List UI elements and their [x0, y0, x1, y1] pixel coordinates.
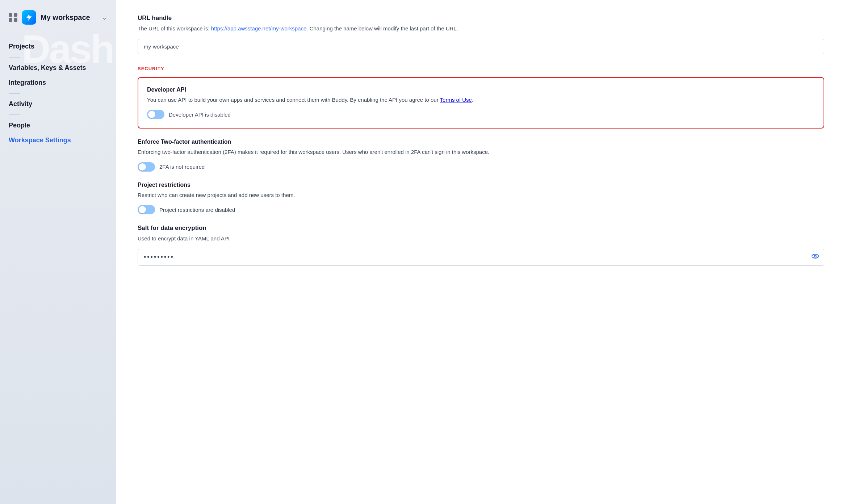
svg-point-1 [814, 255, 816, 257]
sidebar-item-workspace-settings[interactable]: Workspace Settings [9, 133, 107, 148]
project-restrictions-section: Project restrictions Restrict who can cr… [138, 182, 824, 215]
salt-encryption-title: Salt for data encryption [138, 224, 824, 232]
sidebar-item-integrations[interactable]: Integrations [9, 75, 107, 90]
url-handle-desc: The URL of this workspace is: https://ap… [138, 25, 824, 33]
chevron-down-icon[interactable]: ⌄ [102, 13, 107, 21]
sidebar-item-projects[interactable]: Projects [9, 39, 107, 54]
svg-point-0 [812, 254, 818, 258]
developer-api-title: Developer API [147, 87, 815, 93]
workspace-logo-icon [25, 13, 33, 21]
apps-icon[interactable] [9, 13, 17, 22]
sidebar: My workspace ⌄ Dash Projects Variables, … [0, 0, 116, 504]
salt-encryption-input[interactable] [138, 249, 824, 266]
sidebar-item-activity[interactable]: Activity [9, 97, 107, 112]
project-restrictions-toggle[interactable] [138, 205, 155, 214]
two-factor-toggle[interactable] [138, 162, 155, 172]
terms-of-use-link[interactable]: Terms of Use [440, 97, 472, 103]
developer-api-toggle-label: Developer API is disabled [169, 112, 231, 118]
project-restrictions-toggle-label: Project restrictions are disabled [159, 207, 235, 213]
developer-api-desc-text: You can use API to build your own apps a… [147, 97, 440, 103]
nav-divider-1 [9, 57, 20, 58]
url-handle-input[interactable] [138, 39, 824, 54]
developer-api-toggle[interactable] [147, 110, 164, 119]
main-content: URL handle The URL of this workspace is:… [116, 0, 846, 504]
two-factor-toggle-label: 2FA is not required [159, 164, 205, 170]
workspace-name: My workspace [41, 13, 97, 22]
url-handle-link[interactable]: https://app.awsstage.net/my-workspace [211, 25, 306, 32]
sidebar-item-variables[interactable]: Variables, Keys & Assets [9, 60, 107, 75]
two-factor-desc: Enforcing two-factor authentication (2FA… [138, 148, 824, 156]
sidebar-nav: Projects Variables, Keys & Assets Integr… [0, 32, 116, 155]
url-handle-section: URL handle The URL of this workspace is:… [138, 14, 824, 54]
project-restrictions-toggle-row: Project restrictions are disabled [138, 205, 824, 214]
url-handle-desc-after: . Changing the name below will modify th… [306, 25, 458, 32]
security-label: SECURITY [138, 66, 824, 71]
salt-encryption-desc: Used to encrypt data in YAML and API [138, 235, 824, 243]
nav-divider-2 [9, 93, 20, 94]
workspace-logo [22, 10, 36, 25]
salt-encryption-section: Salt for data encryption Used to encrypt… [138, 224, 824, 266]
two-factor-title: Enforce Two-factor authentication [138, 139, 824, 145]
sidebar-header: My workspace ⌄ [0, 0, 116, 32]
project-restrictions-title: Project restrictions [138, 182, 824, 188]
developer-api-toggle-row: Developer API is disabled [147, 110, 815, 119]
developer-api-desc-end: . [472, 97, 473, 103]
two-factor-toggle-row: 2FA is not required [138, 162, 824, 172]
sidebar-item-people[interactable]: People [9, 118, 107, 133]
project-restrictions-desc: Restrict who can create new projects and… [138, 191, 824, 200]
developer-api-card: Developer API You can use API to build y… [138, 77, 824, 129]
eye-icon[interactable] [811, 252, 819, 262]
two-factor-section: Enforce Two-factor authentication Enforc… [138, 139, 824, 172]
url-handle-title: URL handle [138, 14, 824, 22]
salt-encryption-input-wrap [138, 249, 824, 266]
developer-api-desc: You can use API to build your own apps a… [147, 96, 815, 104]
url-handle-desc-before: The URL of this workspace is: [138, 25, 211, 32]
nav-divider-3 [9, 114, 20, 115]
